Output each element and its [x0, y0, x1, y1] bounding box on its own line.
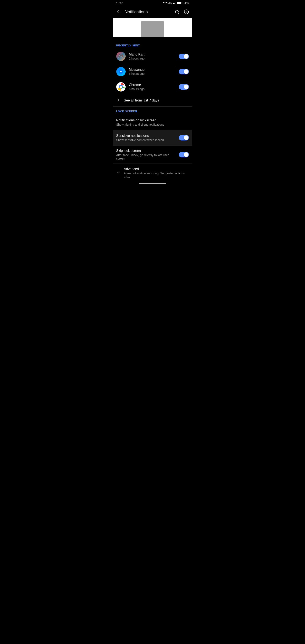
lockscreen-notifications-subtitle: Show alerting and silent notifications [116, 123, 189, 126]
status-icons: LTE 100% [163, 2, 189, 4]
lock-screen-header: LOCK SCREEN [113, 106, 192, 114]
setting-row-lockscreen-notifications[interactable]: Notifications on lockscreen Show alertin… [113, 114, 192, 130]
back-button[interactable] [114, 8, 123, 16]
help-icon: ? [184, 9, 189, 14]
chrome-logo [117, 83, 125, 91]
mario-kart-icon: 🎮 [116, 52, 126, 61]
preview-area [113, 18, 192, 37]
search-button[interactable] [173, 8, 181, 16]
svg-line-8 [178, 13, 179, 14]
advanced-info: Advanced Allow notification snoozing, Su… [124, 167, 189, 178]
bottom-nav [113, 182, 192, 185]
wifi-icon [163, 2, 167, 4]
advanced-chevron-icon [116, 170, 120, 176]
section-gap-top [113, 37, 192, 41]
battery-icon [177, 2, 182, 4]
see-all-row[interactable]: See all from last 7 days [113, 94, 192, 106]
chrome-divider [175, 82, 176, 92]
chrome-name: Chrome [129, 83, 175, 87]
messenger-time: 6 hours ago [129, 72, 175, 76]
skip-lock-screen-title: Skip lock screen [116, 149, 179, 153]
skip-lock-screen-subtitle: After face unlock, go directly to last u… [116, 153, 179, 160]
phone-preview-image [141, 21, 164, 37]
status-time: 10:00 [116, 2, 123, 5]
app-row-chrome[interactable]: Chrome 6 hours ago [113, 79, 192, 94]
mario-kart-name: Mario Kart [129, 52, 175, 56]
messenger-info: Messenger 6 hours ago [129, 68, 175, 76]
skip-lock-screen-toggle[interactable] [179, 152, 189, 158]
bottom-home-bar [139, 184, 166, 184]
mario-kart-info: Mario Kart 2 hours ago [129, 52, 175, 60]
svg-rect-0 [173, 4, 174, 4]
top-bar-actions: ? [173, 8, 190, 16]
status-bar: 10:00 LTE 100% [113, 0, 192, 6]
messenger-toggle[interactable] [179, 69, 189, 74]
skip-lock-screen-info: Skip lock screen After face unlock, go d… [116, 149, 179, 160]
advanced-row[interactable]: Advanced Allow notification snoozing, Su… [113, 164, 192, 182]
svg-point-13 [120, 86, 122, 88]
app-row-mario-kart[interactable]: 🎮 Mario Kart 2 hours ago [113, 49, 192, 64]
mario-kart-divider [175, 52, 176, 61]
advanced-subtitle: Allow notification snoozing, Suggested a… [124, 172, 189, 178]
mario-kart-toggle[interactable] [179, 54, 189, 59]
messenger-icon [116, 67, 126, 76]
chevron-right-icon [116, 98, 120, 102]
sensitive-notifications-title: Sensitive notifications [116, 134, 179, 138]
svg-rect-6 [177, 2, 181, 4]
svg-rect-2 [175, 2, 176, 4]
chevron-down-icon [116, 170, 120, 174]
setting-row-sensitive-notifications[interactable]: Sensitive notifications Show sensitive c… [113, 130, 192, 145]
chrome-time: 6 hours ago [129, 87, 175, 91]
lte-label: LTE [168, 2, 172, 4]
messenger-name: Messenger [129, 68, 175, 72]
signal-icon [173, 2, 176, 4]
sensitive-notifications-subtitle: Show sensitive content when locked [116, 138, 179, 142]
app-row-messenger[interactable]: Messenger 6 hours ago [113, 64, 192, 79]
back-icon [116, 9, 121, 14]
help-button[interactable]: ? [182, 8, 190, 16]
lockscreen-notifications-title: Notifications on lockscreen [116, 118, 189, 122]
lockscreen-notifications-info: Notifications on lockscreen Show alertin… [116, 118, 189, 126]
battery-percent: 100% [182, 2, 189, 4]
page-title: Notifications [125, 10, 171, 14]
mario-kart-time: 2 hours ago [129, 57, 175, 60]
sensitive-notifications-toggle[interactable] [179, 135, 189, 140]
svg-rect-5 [181, 2, 181, 4]
chrome-info: Chrome 6 hours ago [129, 83, 175, 91]
top-bar: Notifications ? [113, 6, 192, 18]
setting-row-skip-lock-screen[interactable]: Skip lock screen After face unlock, go d… [113, 146, 192, 164]
messenger-divider [175, 67, 176, 76]
advanced-title: Advanced [124, 167, 189, 171]
recently-sent-section: RECENTLY SENT 🎮 Mario Kart 2 hours ago M… [113, 41, 192, 106]
svg-rect-3 [176, 2, 176, 4]
lock-screen-section: LOCK SCREEN Notifications on lockscreen … [113, 106, 192, 164]
chrome-icon [116, 82, 126, 92]
chrome-toggle[interactable] [179, 84, 189, 90]
svg-text:?: ? [186, 10, 187, 14]
see-all-chevron-icon [116, 98, 120, 103]
messenger-logo [118, 69, 124, 74]
search-icon [174, 9, 180, 14]
see-all-label: See all from last 7 days [124, 98, 159, 102]
recently-sent-header: RECENTLY SENT [113, 41, 192, 49]
sensitive-notifications-info: Sensitive notifications Show sensitive c… [116, 134, 179, 142]
svg-rect-1 [174, 3, 174, 4]
